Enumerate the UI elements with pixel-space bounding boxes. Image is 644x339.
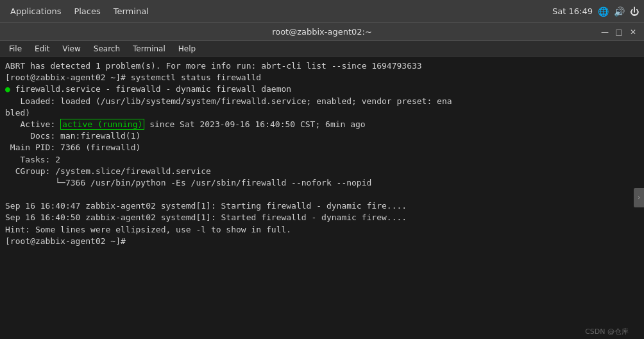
terminal-line-7: Docs: man:firewalld(1) xyxy=(5,130,639,142)
terminal-line-10: CGroup: /system.slice/firewalld.service xyxy=(5,166,639,177)
terminal-line-3: ● firewalld.service - firewalld - dynami… xyxy=(5,83,639,95)
terminal-line-6: Active: active (running) since Sat 2023-… xyxy=(5,119,639,130)
window-controls: — □ ✕ xyxy=(599,26,639,38)
terminal-line-12 xyxy=(5,189,639,200)
active-status: active (running) xyxy=(60,119,144,130)
terminal-line-5: bled) xyxy=(5,107,639,119)
terminal-line-15: Hint: Some lines were ellipsized, use -l… xyxy=(5,224,639,236)
scroll-right-hint[interactable]: › xyxy=(634,188,644,207)
close-button[interactable]: ✕ xyxy=(627,26,639,38)
menu-terminal[interactable]: Terminal xyxy=(128,43,171,55)
menu-help[interactable]: Help xyxy=(173,43,201,55)
terminal-menu[interactable]: Terminal xyxy=(108,4,154,19)
minimize-button[interactable]: — xyxy=(599,26,611,38)
terminal-line-2: [root@zabbix-agent02 ~]# systemctl statu… xyxy=(5,72,639,83)
applications-menu[interactable]: Applications xyxy=(5,4,66,19)
system-tray: Sat 16:49 🌐 🔊 ⏻ xyxy=(552,6,639,17)
menu-edit[interactable]: Edit xyxy=(30,43,55,55)
menu-bar: File Edit View Search Terminal Help xyxy=(0,41,644,56)
status-dot: ● xyxy=(5,84,10,94)
terminal-line-9: Tasks: 2 xyxy=(5,154,639,166)
maximize-button[interactable]: □ xyxy=(613,26,625,38)
terminal-prompt: [root@zabbix-agent02 ~]# xyxy=(5,236,639,247)
terminal-line-1: ABRT has detected 1 problem(s). For more… xyxy=(5,60,639,72)
taskbar: Applications Places Terminal Sat 16:49 🌐… xyxy=(0,0,644,23)
menu-file[interactable]: File xyxy=(4,43,27,55)
terminal-line-8: Main PID: 7366 (firewalld) xyxy=(5,142,639,153)
network-icon: 🌐 xyxy=(598,6,609,17)
terminal-content[interactable]: ABRT has detected 1 problem(s). For more… xyxy=(0,56,644,339)
terminal-line-14: Sep 16 16:40:50 zabbix-agent02 systemd[1… xyxy=(5,212,639,223)
power-icon[interactable]: ⏻ xyxy=(630,6,639,17)
taskbar-left: Applications Places Terminal xyxy=(5,4,154,19)
menu-view[interactable]: View xyxy=(57,43,85,55)
window-title: root@zabbix-agent02:~ xyxy=(272,27,372,37)
volume-icon[interactable]: 🔊 xyxy=(614,6,625,17)
terminal-line-13: Sep 16 16:40:47 zabbix-agent02 systemd[1… xyxy=(5,200,639,212)
title-bar: root@zabbix-agent02:~ — □ ✕ xyxy=(0,23,644,41)
places-menu[interactable]: Places xyxy=(69,4,105,19)
terminal-line-11: └─7366 /usr/bin/python -Es /usr/sbin/fir… xyxy=(5,177,639,189)
clock: Sat 16:49 xyxy=(552,6,593,16)
watermark: CSDN @仓库 xyxy=(585,327,629,336)
terminal-line-4: Loaded: loaded (/usr/lib/systemd/system/… xyxy=(5,96,639,107)
menu-search[interactable]: Search xyxy=(89,43,125,55)
terminal-window: root@zabbix-agent02:~ — □ ✕ File Edit Vi… xyxy=(0,23,644,339)
